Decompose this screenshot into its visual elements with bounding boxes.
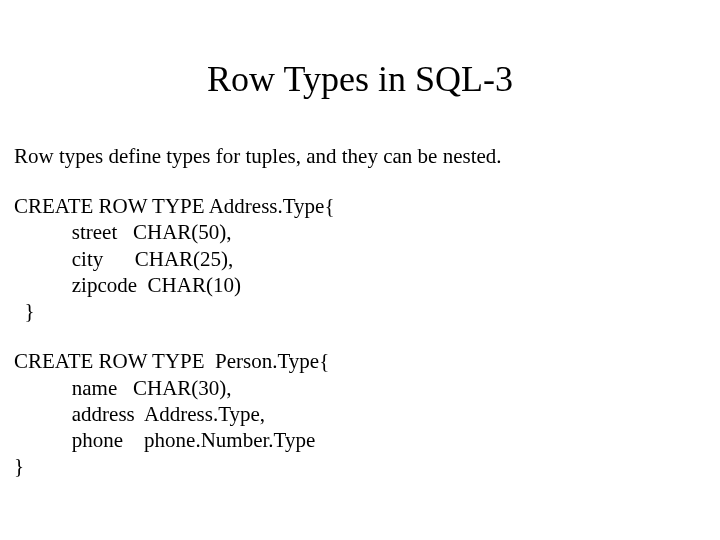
slide-title: Row Types in SQL-3 bbox=[0, 0, 720, 100]
code-line: } bbox=[14, 454, 24, 478]
code-block-address-type: CREATE ROW TYPE Address.Type{ street CHA… bbox=[0, 169, 720, 324]
code-line: } bbox=[14, 299, 35, 323]
code-line: CREATE ROW TYPE Address.Type{ bbox=[14, 194, 335, 218]
code-line: phone phone.Number.Type bbox=[14, 428, 315, 452]
code-line: address Address.Type, bbox=[14, 402, 265, 426]
code-block-person-type: CREATE ROW TYPE Person.Type{ name CHAR(3… bbox=[0, 324, 720, 479]
code-line: city CHAR(25), bbox=[14, 247, 233, 271]
code-line: name CHAR(30), bbox=[14, 376, 232, 400]
code-line: zipcode CHAR(10) bbox=[14, 273, 241, 297]
slide-subtitle: Row types define types for tuples, and t… bbox=[0, 100, 720, 169]
code-line: CREATE ROW TYPE Person.Type{ bbox=[14, 349, 329, 373]
slide: Row Types in SQL-3 Row types define type… bbox=[0, 0, 720, 540]
code-line: street CHAR(50), bbox=[14, 220, 232, 244]
